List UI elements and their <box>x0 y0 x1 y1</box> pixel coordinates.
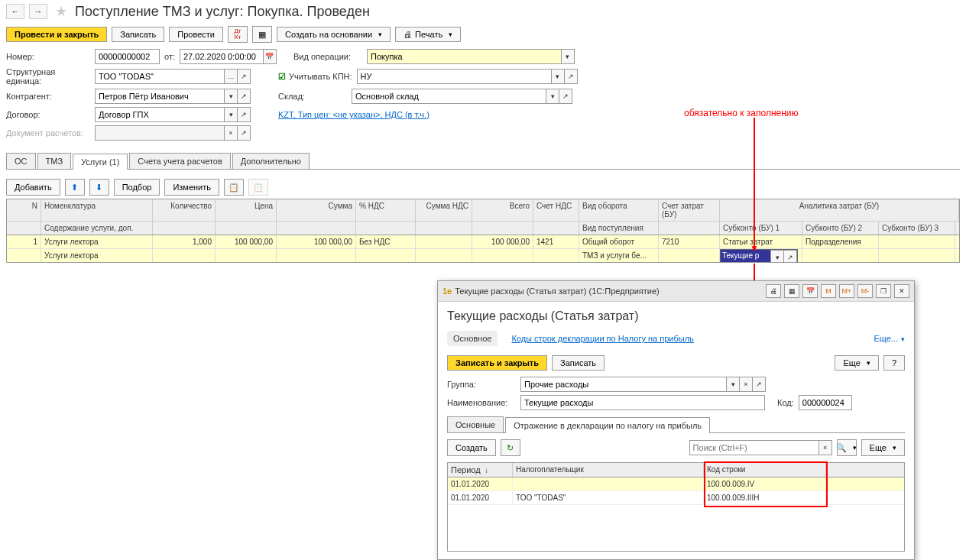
org-label: Структурная единица: <box>6 67 90 86</box>
col-acctnds[interactable]: Счет НДС <box>533 199 579 221</box>
dog-dropdown[interactable]: ▾ <box>224 107 238 122</box>
struct-button[interactable]: ▦ <box>252 26 272 43</box>
post-button[interactable]: Провести <box>169 27 223 42</box>
add-row-button[interactable]: Добавить <box>6 179 60 196</box>
number-label: Номер: <box>6 52 90 61</box>
dt-kt-button[interactable]: ДтКт <box>228 26 248 43</box>
kpn-open[interactable]: ↗ <box>564 69 578 84</box>
dog-open[interactable]: ↗ <box>237 107 251 122</box>
col-price[interactable]: Цена <box>216 199 277 221</box>
move-down-button[interactable]: ⬇ <box>89 179 109 196</box>
print-button[interactable]: Печать <box>395 27 461 42</box>
nav-forward[interactable]: → <box>29 4 47 19</box>
sklad-open[interactable]: ↗ <box>559 89 572 104</box>
services-grid: N Номенклатура Количество Цена Сумма % Н… <box>6 199 960 263</box>
kpn-checkbox[interactable]: ☑ <box>278 72 286 82</box>
op-type-dropdown[interactable]: ▾ <box>561 49 575 64</box>
sub1-dropdown[interactable]: ▾ <box>770 250 784 262</box>
col-acctz[interactable]: Счет затрат (БУ) <box>659 199 720 221</box>
doc-calc-label: Документ расчетов: <box>6 128 90 138</box>
page-title: Поступление ТМЗ и услуг: Покупка. Провед… <box>75 4 370 20</box>
org-input[interactable] <box>95 69 225 84</box>
select-button[interactable]: Подбор <box>114 179 160 196</box>
sub1-edit-cell: Текущие р ▾ ↗ <box>720 249 798 262</box>
col-vid[interactable]: Вид оборота <box>579 199 659 221</box>
date-picker-button[interactable]: 📅 <box>263 49 277 64</box>
contr-dropdown[interactable]: ▾ <box>224 89 238 104</box>
doc-calc-clear[interactable]: × <box>224 125 238 141</box>
sklad-label: Склад: <box>278 92 347 101</box>
doc-calc-input <box>95 125 225 141</box>
required-annotation: обязательно к заполнению <box>684 108 799 118</box>
col-nom[interactable]: Номенклатура <box>41 199 153 221</box>
doc-calc-open[interactable]: ↗ <box>237 125 251 141</box>
tab-os[interactable]: ОС <box>6 153 36 169</box>
save-button[interactable]: Записать <box>112 27 164 42</box>
tab-extra[interactable]: Дополнительно <box>232 153 310 169</box>
move-up-button[interactable]: ⬆ <box>65 179 85 196</box>
kpn-input[interactable] <box>357 69 552 84</box>
post-and-close-button[interactable]: Провести и закрыть <box>6 27 107 42</box>
col-n[interactable]: N <box>7 199 41 221</box>
contr-open[interactable]: ↗ <box>237 89 251 104</box>
table-row[interactable]: 1 Услуги лектора 1,000 100 000,00 100 00… <box>7 235 959 249</box>
dogovor-label: Договор: <box>6 110 90 119</box>
col-nds[interactable]: % НДС <box>356 199 416 221</box>
print-icon <box>404 30 412 39</box>
contragent-input[interactable] <box>95 89 225 104</box>
table-row[interactable]: Услуги лектора ТМЗ и услуги бе... Текущи… <box>7 249 959 262</box>
col-analytics[interactable]: Аналитика затрат (БУ) <box>720 199 959 221</box>
number-input[interactable] <box>95 49 160 64</box>
currency-link[interactable]: KZT, Тип цен: <не указан>, НДС (в т.ч.) <box>278 110 430 119</box>
col-sumnds[interactable]: Сумма НДС <box>416 199 472 221</box>
sklad-input[interactable] <box>352 89 546 104</box>
op-type-input[interactable] <box>367 49 562 64</box>
nav-back[interactable]: ← <box>6 4 24 19</box>
dogovor-input[interactable] <box>95 107 225 122</box>
favorite-star-icon[interactable]: ★ <box>55 3 67 20</box>
op-type-label: Вид операции: <box>293 52 362 61</box>
tab-accounts[interactable]: Счета учета расчетов <box>129 153 230 169</box>
from-label: от: <box>164 52 175 61</box>
arrow-1 <box>754 118 755 248</box>
tab-services[interactable]: Услуги (1) <box>73 154 128 170</box>
org-select[interactable]: … <box>224 69 238 84</box>
tab-tmz[interactable]: ТМЗ <box>37 153 72 169</box>
sklad-dropdown[interactable]: ▾ <box>546 89 559 104</box>
contragent-label: Контрагент: <box>6 92 90 101</box>
change-button[interactable]: Изменить <box>164 179 219 196</box>
date-input[interactable] <box>180 49 264 64</box>
create-based-button[interactable]: Создать на основании <box>277 27 391 42</box>
col-qty[interactable]: Количество <box>153 199 216 221</box>
copy-button[interactable]: 📋 <box>224 179 244 196</box>
paste-button[interactable]: 📋 <box>248 179 268 196</box>
kpn-dropdown[interactable]: ▾ <box>551 69 565 84</box>
col-total[interactable]: Всего <box>472 199 533 221</box>
org-open[interactable]: ↗ <box>237 69 251 84</box>
col-sum[interactable]: Сумма <box>277 199 356 221</box>
sub1-open[interactable]: ↗ <box>783 250 797 262</box>
